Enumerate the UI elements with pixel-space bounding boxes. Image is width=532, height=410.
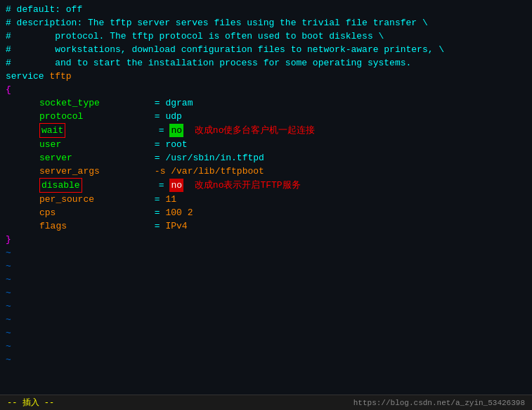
value-server-args: -s /var/lib/tftpboot bbox=[155, 165, 264, 178]
tilde-1: ~ bbox=[6, 246, 526, 260]
line-13: server_args -s /var/lib/tftpboot bbox=[6, 165, 526, 178]
insert-mode: -- 插入 -- bbox=[7, 397, 54, 409]
value-flags: IPv4 bbox=[165, 219, 187, 233]
tilde-char: ~ bbox=[6, 313, 11, 326]
equals: = bbox=[82, 179, 170, 192]
value-root: root bbox=[165, 138, 187, 151]
statusbar: -- 插入 -- https://blog.csdn.net/a_zyin_53… bbox=[0, 395, 532, 410]
equals: = bbox=[83, 110, 165, 123]
value-udp: udp bbox=[165, 110, 181, 123]
value-cps: 100 2 bbox=[165, 206, 193, 219]
comment-text: # workstations, download configuration f… bbox=[6, 43, 444, 56]
comment-text: # description: The tftp server serves fi… bbox=[6, 16, 428, 30]
line-6: service tftp bbox=[6, 70, 526, 83]
tilde-7: ~ bbox=[6, 326, 526, 340]
line-8: socket_type = dgram bbox=[6, 96, 526, 110]
value-per-source: 11 bbox=[165, 193, 176, 206]
line-15: per_source = 11 bbox=[6, 193, 526, 206]
line-7: { bbox=[6, 83, 526, 96]
service-name: tftp bbox=[49, 70, 71, 83]
annotation-wait: 改成no使多台客户机一起连接 bbox=[189, 124, 315, 137]
line-18: } bbox=[6, 233, 526, 246]
brace-close: } bbox=[6, 233, 11, 246]
tilde-char: ~ bbox=[6, 286, 11, 300]
line-4: # workstations, download configuration f… bbox=[6, 43, 526, 56]
line-5: # and to start the installation process … bbox=[6, 56, 526, 70]
equals: = bbox=[65, 124, 169, 137]
line-9: protocol = udp bbox=[6, 110, 526, 123]
field-socket-type: socket_type bbox=[39, 96, 100, 110]
equals: = bbox=[100, 96, 166, 110]
line-2: # description: The tftp server serves fi… bbox=[6, 16, 526, 30]
tilde-char: ~ bbox=[6, 353, 11, 366]
line-11: user = root bbox=[6, 138, 526, 151]
equals: = bbox=[56, 206, 165, 219]
field-server: server bbox=[39, 151, 72, 165]
field-per-source: per_source bbox=[39, 193, 94, 206]
value-server-path: /usr/sbin/in.tftpd bbox=[165, 151, 264, 165]
field-disable-highlighted: disable bbox=[39, 178, 82, 193]
equals: = bbox=[94, 193, 165, 206]
tilde-char: ~ bbox=[6, 300, 11, 313]
field-user: user bbox=[39, 138, 61, 151]
tilde-8: ~ bbox=[6, 340, 526, 353]
line-3: # protocol. The tftp protocol is often u… bbox=[6, 30, 526, 43]
field-cps: cps bbox=[39, 206, 56, 219]
tilde-3: ~ bbox=[6, 273, 526, 286]
tilde-9: ~ bbox=[6, 353, 526, 366]
tilde-char: ~ bbox=[6, 326, 11, 340]
tilde-char: ~ bbox=[6, 273, 11, 286]
comment-text: # default: off bbox=[6, 3, 82, 16]
comment-text: # and to start the installation process … bbox=[6, 56, 411, 70]
value-dgram: dgram bbox=[165, 96, 193, 110]
brace-open: { bbox=[6, 83, 11, 96]
line-16: cps = 100 2 bbox=[6, 206, 526, 219]
field-server-args: server_args bbox=[39, 165, 100, 178]
tilde-char: ~ bbox=[6, 340, 11, 353]
line-12: server = /usr/sbin/in.tftpd bbox=[6, 151, 526, 165]
field-flags: flags bbox=[39, 219, 67, 233]
tilde-char: ~ bbox=[6, 246, 11, 260]
editor-content: # default: off # description: The tftp s… bbox=[0, 0, 532, 395]
equals: = bbox=[67, 219, 165, 233]
tilde-char: ~ bbox=[6, 260, 11, 273]
field-protocol: protocol bbox=[39, 110, 83, 123]
equals: = bbox=[72, 151, 166, 165]
line-14: disable = no 改成no表示开启TFTP服务 bbox=[6, 178, 526, 193]
equals bbox=[100, 165, 155, 178]
value-wait: no bbox=[169, 124, 183, 137]
editor: # default: off # description: The tftp s… bbox=[0, 0, 532, 410]
tilde-4: ~ bbox=[6, 286, 526, 300]
field-wait-highlighted: wait bbox=[39, 123, 65, 138]
value-disable: no bbox=[169, 179, 183, 192]
tilde-6: ~ bbox=[6, 313, 526, 326]
line-10: wait = no 改成no使多台客户机一起连接 bbox=[6, 123, 526, 138]
line-1: # default: off bbox=[6, 3, 526, 16]
service-keyword: service bbox=[6, 70, 49, 83]
comment-text: # protocol. The tftp protocol is often u… bbox=[6, 30, 384, 43]
tilde-5: ~ bbox=[6, 300, 526, 313]
annotation-disable: 改成no表示开启TFTP服务 bbox=[189, 179, 301, 192]
line-17: flags = IPv4 bbox=[6, 219, 526, 233]
tilde-2: ~ bbox=[6, 260, 526, 273]
equals: = bbox=[61, 138, 165, 151]
status-url: https://blog.csdn.net/a_zyin_53426398 bbox=[353, 399, 525, 407]
